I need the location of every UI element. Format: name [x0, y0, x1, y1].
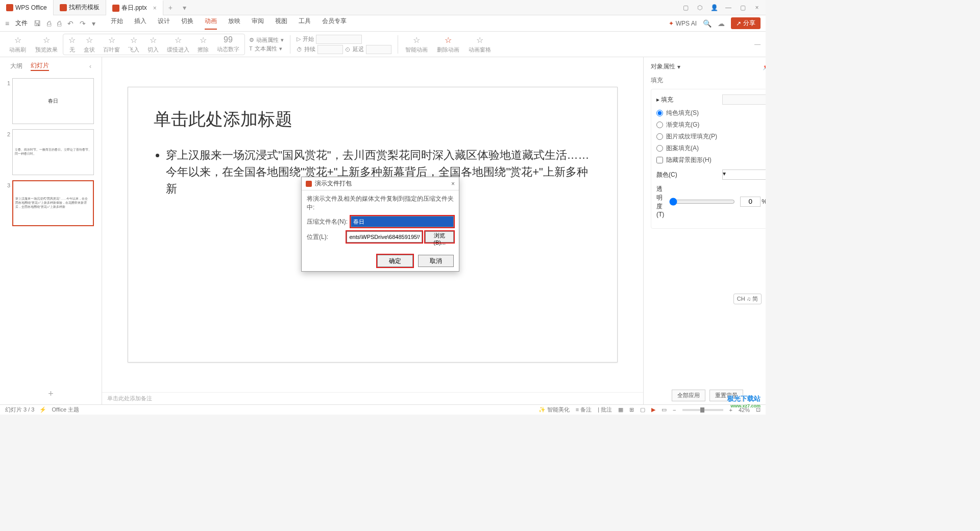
- thumb-2[interactable]: 2立春、雨水时节。一般而言的春日。立即让了善待春节、同一种春日时。: [3, 129, 99, 175]
- app-icon-1[interactable]: ▢: [682, 4, 689, 11]
- transparency-slider[interactable]: [669, 198, 735, 206]
- slide-panel: 大纲 幻灯片 ‹ 1春日 2立春、雨水时节。一般而言的春日。立即让了善待春节、同…: [0, 57, 102, 404]
- location-input[interactable]: [347, 231, 422, 243]
- app-icon-2[interactable]: ⬡: [696, 4, 703, 11]
- slides-tab[interactable]: 幻灯片: [31, 61, 49, 71]
- tab-transition[interactable]: 切换: [181, 17, 193, 30]
- tab-insert[interactable]: 插入: [134, 17, 146, 30]
- fill-solid-radio[interactable]: [656, 110, 663, 116]
- close-window-icon[interactable]: ×: [753, 4, 761, 11]
- tab-review[interactable]: 审阅: [252, 17, 264, 30]
- thumb-1[interactable]: 1春日: [3, 78, 99, 124]
- print-preview-icon[interactable]: ⎙: [57, 19, 61, 28]
- text-property[interactable]: T文本属性▾: [249, 45, 284, 53]
- effect-cutin[interactable]: ☆切入: [143, 35, 163, 54]
- notes-button[interactable]: ≡ 备注: [576, 406, 592, 414]
- preview-effect[interactable]: ☆预览效果: [31, 35, 62, 54]
- fill-pattern-radio[interactable]: [656, 145, 663, 152]
- close-icon[interactable]: ×: [153, 5, 157, 12]
- view-normal-icon[interactable]: ▦: [618, 406, 623, 413]
- undo-icon[interactable]: ↶: [67, 19, 74, 28]
- file-menu[interactable]: 文件: [15, 19, 28, 28]
- hide-bg-checkbox[interactable]: [656, 157, 663, 163]
- view-slideshow-icon[interactable]: ▶: [651, 406, 655, 413]
- tab-template[interactable]: 找稻壳模板: [54, 0, 106, 15]
- redo-icon[interactable]: ↷: [80, 19, 86, 28]
- zoom-out-icon[interactable]: −: [673, 407, 676, 413]
- view-reading-icon[interactable]: ▢: [640, 406, 645, 413]
- comments-button[interactable]: | 批注: [598, 406, 612, 414]
- delay-input[interactable]: [366, 45, 391, 54]
- maximize-icon[interactable]: ▢: [739, 4, 746, 11]
- collapse-ribbon-icon[interactable]: —: [754, 41, 761, 48]
- minimize-icon[interactable]: —: [725, 4, 732, 11]
- browse-button[interactable]: 浏览(B)...: [425, 231, 454, 243]
- notes-placeholder[interactable]: 单击此处添加备注: [102, 392, 643, 404]
- wps-ai-button[interactable]: ✦WPS AI: [669, 20, 697, 27]
- delay-icon: ⏲: [345, 46, 351, 53]
- tab-design[interactable]: 设计: [158, 17, 170, 30]
- apply-all-button[interactable]: 全部应用: [672, 390, 705, 401]
- effect-wipe[interactable]: ☆擦除: [193, 35, 213, 54]
- view-slideshow-start-icon[interactable]: ▭: [662, 406, 667, 413]
- tab-member[interactable]: 会员专享: [322, 17, 347, 30]
- share-button[interactable]: ↗分享: [731, 17, 761, 29]
- effect-blinds[interactable]: ☆百叶窗: [99, 35, 124, 54]
- save-icon[interactable]: 🖫: [34, 19, 41, 28]
- zoom-slider[interactable]: [682, 409, 723, 411]
- close-icon[interactable]: ×: [451, 180, 455, 187]
- animation-pane[interactable]: ☆动画窗格: [464, 35, 495, 54]
- ppt-icon: [112, 5, 119, 12]
- fill-picture-radio[interactable]: [656, 133, 663, 140]
- template-icon: [60, 4, 67, 11]
- tab-wps-home[interactable]: WPS Office: [0, 0, 54, 15]
- lightning-icon[interactable]: ⚡: [39, 406, 46, 413]
- new-tab-button[interactable]: +: [163, 4, 178, 12]
- tab-animation[interactable]: 动画: [205, 17, 217, 30]
- tab-tools[interactable]: 工具: [299, 17, 311, 30]
- avatar-icon[interactable]: 👤: [710, 4, 718, 11]
- add-slide-button[interactable]: +: [0, 383, 102, 404]
- ok-button[interactable]: 确定: [377, 255, 413, 267]
- view-sorter-icon[interactable]: ⊞: [629, 406, 634, 413]
- transparency-input[interactable]: [740, 197, 761, 207]
- color-picker[interactable]: ▾: [722, 170, 766, 180]
- delete-animation[interactable]: ☆删除动画: [433, 35, 463, 54]
- pin-icon[interactable]: 📌: [763, 63, 766, 70]
- tab-dropdown[interactable]: ▾: [178, 4, 191, 12]
- fill-tab[interactable]: 填充: [651, 76, 766, 85]
- effect-slowenter[interactable]: ☆缓慢进入: [163, 35, 193, 54]
- ribbon-tabs: 开始 插入 设计 切换 动画 放映 审阅 视图 工具 会员专享: [111, 17, 347, 30]
- fill-select[interactable]: [722, 94, 766, 105]
- cloud-icon[interactable]: ☁: [718, 19, 725, 28]
- effect-flyin[interactable]: ☆飞入: [124, 35, 143, 54]
- print-icon[interactable]: ⎙: [47, 19, 51, 28]
- chevron-down-icon[interactable]: ▾: [677, 63, 680, 70]
- start-input[interactable]: [316, 35, 362, 44]
- beautify-button[interactable]: ✨ 智能美化: [538, 406, 570, 414]
- duration-input[interactable]: [317, 45, 343, 54]
- smart-animation[interactable]: ☆智能动画: [401, 35, 432, 54]
- search-icon[interactable]: 🔍: [703, 19, 712, 28]
- fill-gradient-radio[interactable]: [656, 122, 663, 128]
- tab-slideshow[interactable]: 放映: [228, 17, 240, 30]
- tab-view[interactable]: 视图: [275, 17, 287, 30]
- tab-start[interactable]: 开始: [111, 17, 123, 30]
- animation-property[interactable]: ⚙动画属性▾: [249, 36, 284, 44]
- qat-dropdown-icon[interactable]: ▾: [92, 19, 95, 28]
- cancel-button[interactable]: 取消: [418, 255, 454, 267]
- thumb-3[interactable]: 3穿上汉服来一场沉浸式"国风赏花"……今年以来，在全国各地围绕"赏花+"上新多种…: [3, 180, 99, 226]
- filename-input[interactable]: [351, 216, 454, 227]
- effect-box[interactable]: ☆盒状: [80, 35, 99, 54]
- ime-indicator[interactable]: CH ♫ 简: [733, 294, 762, 304]
- hamburger-icon[interactable]: ≡: [5, 19, 9, 28]
- slide-title-placeholder[interactable]: 单击此处添加标题: [154, 108, 592, 131]
- star-icon: ☆: [175, 35, 182, 45]
- animation-gallery[interactable]: ☆无 ☆盒状 ☆百叶窗 ☆飞入 ☆切入 ☆缓慢进入 ☆擦除 99动态数字: [63, 34, 245, 55]
- animation-painter[interactable]: ☆动画刷: [5, 35, 30, 54]
- collapse-panel-icon[interactable]: ‹: [89, 63, 91, 70]
- outline-tab[interactable]: 大纲: [10, 62, 22, 70]
- effect-none[interactable]: ☆无: [64, 35, 80, 54]
- effect-dyn-number[interactable]: 99动态数字: [213, 35, 243, 53]
- tab-file[interactable]: 春日.pptx×: [106, 0, 163, 15]
